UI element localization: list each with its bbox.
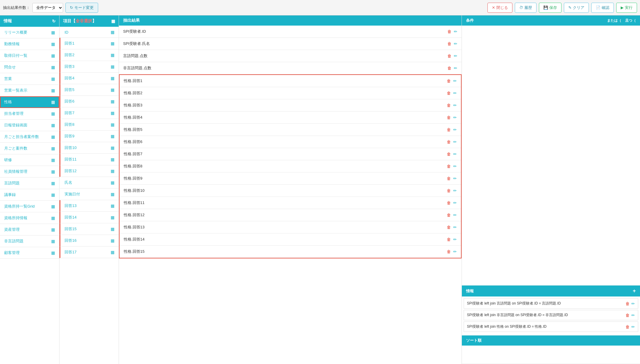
delete-icon-11[interactable]: 🗑: [447, 164, 451, 169]
middle-item-2[interactable]: 回答2▦: [59, 49, 119, 61]
extract-count-select[interactable]: 全件データ 100件 500件 1000件: [32, 3, 63, 12]
middle-item-4[interactable]: 回答4▦: [59, 73, 119, 84]
middle-item-9[interactable]: 回答9▦: [59, 131, 119, 142]
sidebar-item-16[interactable]: 資格所持情報▦: [0, 212, 59, 224]
edit-icon-12[interactable]: ✏: [453, 176, 457, 181]
add-info-button[interactable]: +: [633, 288, 636, 294]
sidebar-item-8[interactable]: 日報登録画面▦: [0, 120, 59, 131]
delete-icon-6[interactable]: 🗑: [447, 103, 451, 108]
execute-button[interactable]: ▶ 実行: [616, 3, 637, 13]
delete-icon-8[interactable]: 🗑: [447, 127, 451, 132]
edit-icon-14[interactable]: ✏: [453, 200, 457, 205]
middle-item-6[interactable]: 回答6▦: [59, 96, 119, 107]
sidebar-item-13[interactable]: 言語問題▦: [0, 178, 59, 189]
sidebar-item-10[interactable]: 月ごと案件数▦: [0, 143, 59, 154]
sidebar-item-9[interactable]: 月ごと担当者案件数▦: [0, 131, 59, 143]
sidebar-item-4[interactable]: 営業▦: [0, 73, 59, 85]
sidebar-item-3[interactable]: 問合せ▦: [0, 62, 59, 73]
middle-item-8[interactable]: 回答8▦: [59, 119, 119, 131]
sidebar-item-0[interactable]: リリース概要▦: [0, 27, 59, 38]
delete-icon-1[interactable]: 🗑: [447, 41, 451, 46]
confirm-button[interactable]: 📄 確認: [591, 3, 614, 13]
edit-icon-7[interactable]: ✏: [453, 115, 457, 120]
delete-icon-17[interactable]: 🗑: [447, 237, 451, 242]
edit-icon-4[interactable]: ✏: [453, 79, 457, 83]
info-item-2: SPI受験者 left join 性格 on SPI受験者.ID = 性格.ID…: [464, 321, 638, 332]
delete-icon-0[interactable]: 🗑: [447, 29, 451, 34]
edit-icon-3[interactable]: ✏: [454, 66, 457, 70]
delete-icon-14[interactable]: 🗑: [447, 200, 451, 205]
middle-item-5[interactable]: 回答5▦: [59, 84, 119, 96]
middle-item-10[interactable]: 回答10▦: [59, 142, 119, 154]
result-actions-8: 🗑 ✏: [447, 127, 457, 132]
delete-icon-10[interactable]: 🗑: [447, 152, 451, 156]
refresh-icon[interactable]: ↻: [52, 19, 56, 23]
middle-item-19[interactable]: 回答17▦: [59, 247, 119, 258]
edit-icon-9[interactable]: ✏: [453, 139, 457, 144]
edit-icon-16[interactable]: ✏: [453, 225, 457, 230]
middle-item-14[interactable]: 実施日付▦: [59, 189, 119, 200]
edit-icon-8[interactable]: ✏: [453, 127, 457, 132]
info-edit-icon-1[interactable]: ✏: [631, 313, 635, 318]
delete-icon-2[interactable]: 🗑: [447, 54, 451, 58]
result-actions-5: 🗑 ✏: [447, 91, 457, 95]
middle-item-16[interactable]: 回答14▦: [59, 212, 119, 223]
middle-item-3[interactable]: 回答3▦: [59, 61, 119, 73]
middle-item-18[interactable]: 回答16▦: [59, 235, 119, 247]
middle-item-0[interactable]: ID▦: [59, 27, 119, 38]
sidebar-item-7[interactable]: 担当者管理▦: [0, 108, 59, 120]
edit-icon-6[interactable]: ✏: [453, 103, 457, 108]
info-delete-icon-2[interactable]: 🗑: [625, 324, 630, 329]
edit-icon-0[interactable]: ✏: [454, 29, 457, 34]
edit-icon-11[interactable]: ✏: [453, 164, 457, 169]
clear-button[interactable]: ✎ クリア: [564, 3, 589, 13]
sidebar-item-17[interactable]: 資産管理▦: [0, 224, 59, 236]
sidebar-item-14[interactable]: 議事録▦: [0, 189, 59, 201]
info-delete-icon-1[interactable]: 🗑: [625, 313, 630, 318]
result-actions-7: 🗑 ✏: [447, 115, 457, 120]
sidebar-item-19[interactable]: 顧客管理▦: [0, 247, 59, 259]
delete-icon-9[interactable]: 🗑: [447, 139, 451, 144]
sidebar-item-6[interactable]: 性格▦: [0, 96, 59, 108]
sidebar-item-15[interactable]: 資格所持一覧Grid▦: [0, 201, 59, 212]
sidebar-item-12[interactable]: 社員情報管理▦: [0, 166, 59, 178]
edit-icon-15[interactable]: ✏: [453, 213, 457, 217]
delete-icon-16[interactable]: 🗑: [447, 225, 451, 230]
edit-icon-13[interactable]: ✏: [453, 188, 457, 193]
delete-icon-18[interactable]: 🗑: [447, 249, 451, 254]
delete-icon-4[interactable]: 🗑: [447, 79, 451, 83]
edit-icon-18[interactable]: ✏: [453, 249, 457, 254]
info-edit-icon-0[interactable]: ✏: [631, 301, 635, 306]
middle-item-15[interactable]: 回答13▦: [59, 200, 119, 212]
close-button[interactable]: ✕ 閉じる: [487, 3, 512, 13]
delete-icon-13[interactable]: 🗑: [447, 188, 451, 193]
edit-icon-5[interactable]: ✏: [453, 91, 457, 95]
sidebar-item-11[interactable]: 研修▦: [0, 154, 59, 166]
mode-change-button[interactable]: ↻ モード変更: [65, 3, 98, 13]
sidebar-item-2[interactable]: 取得日付一覧▦: [0, 50, 59, 62]
info-edit-icon-2[interactable]: ✏: [631, 324, 635, 329]
sidebar-item-5[interactable]: 営業一覧表示▦: [0, 85, 59, 96]
edit-icon-1[interactable]: ✏: [454, 41, 457, 46]
info-item-actions-2: 🗑 ✏: [625, 324, 635, 329]
delete-icon-12[interactable]: 🗑: [447, 176, 451, 181]
close-icon: ✕: [492, 5, 495, 10]
delete-icon-7[interactable]: 🗑: [447, 115, 451, 120]
middle-item-12[interactable]: 回答12▦: [59, 165, 119, 177]
info-delete-icon-0[interactable]: 🗑: [625, 301, 630, 306]
middle-item-13[interactable]: 氏名▦: [59, 177, 119, 189]
edit-icon-17[interactable]: ✏: [453, 237, 457, 242]
history-button[interactable]: ⏱ 履歴: [515, 3, 537, 13]
middle-item-17[interactable]: 回答15▦: [59, 223, 119, 235]
save-button[interactable]: 💾 保存: [539, 3, 561, 13]
sidebar-item-1[interactable]: 勤務情報▦: [0, 38, 59, 50]
middle-item-1[interactable]: 回答1▦: [59, 38, 119, 49]
delete-icon-15[interactable]: 🗑: [447, 213, 451, 217]
edit-icon-2[interactable]: ✏: [454, 54, 457, 58]
middle-item-11[interactable]: 回答11▦: [59, 154, 119, 165]
delete-icon-5[interactable]: 🗑: [447, 91, 451, 95]
sidebar-item-18[interactable]: 非言語問題▦: [0, 236, 59, 247]
delete-icon-3[interactable]: 🗑: [447, 66, 451, 70]
edit-icon-10[interactable]: ✏: [453, 152, 457, 156]
middle-item-7[interactable]: 回答7▦: [59, 107, 119, 119]
